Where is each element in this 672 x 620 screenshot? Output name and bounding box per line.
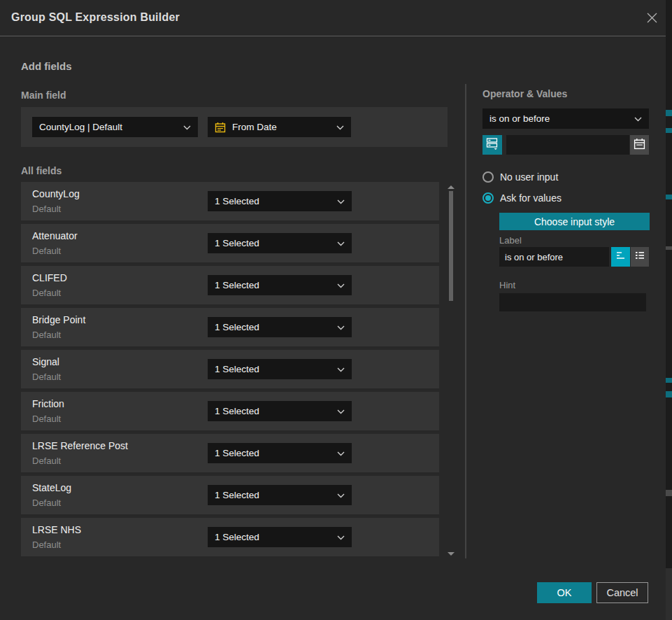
- main-field-heading: Main field: [21, 90, 66, 101]
- choose-input-style-button[interactable]: Choose input style: [499, 213, 650, 230]
- chevron-down-icon: [337, 238, 345, 248]
- ask-for-values-label: Ask for values: [500, 192, 562, 204]
- single-line-style-button[interactable]: [611, 247, 630, 267]
- field-row: StateLogDefault1 Selected: [21, 476, 439, 514]
- radio-selected-icon: [482, 192, 494, 204]
- field-row: AttenuatorDefault1 Selected: [21, 224, 439, 262]
- field-selection-dropdown[interactable]: 1 Selected: [208, 191, 352, 211]
- chevron-down-icon: [337, 196, 345, 206]
- calendar-icon: [634, 138, 645, 153]
- chevron-down-icon: [336, 122, 344, 132]
- field-row: Bridge PointDefault1 Selected: [21, 308, 439, 346]
- bulleted-list-icon: [634, 250, 645, 264]
- field-name: CountyLog: [32, 188, 80, 199]
- label-input[interactable]: [499, 247, 609, 267]
- chevron-down-icon: [337, 364, 345, 374]
- field-selection-value: 1 Selected: [215, 406, 333, 416]
- field-name: Bridge Point: [32, 314, 85, 325]
- chevron-down-icon: [337, 406, 345, 416]
- scrollbar-up-arrow[interactable]: [448, 185, 455, 189]
- field-selection-dropdown[interactable]: 1 Selected: [208, 401, 352, 421]
- main-date-field-value: From Date: [232, 122, 332, 132]
- field-selection-dropdown[interactable]: 1 Selected: [208, 317, 352, 337]
- field-selection-dropdown[interactable]: 1 Selected: [208, 443, 352, 463]
- field-row: CountyLogDefault1 Selected: [21, 182, 439, 220]
- field-selection-value: 1 Selected: [215, 322, 333, 332]
- no-user-input-radio[interactable]: No user input: [482, 171, 558, 183]
- list-style-button[interactable]: [631, 247, 649, 267]
- add-fields-heading: Add fields: [21, 60, 72, 72]
- layer-select-value: CountyLog | Default: [39, 122, 179, 132]
- cancel-button[interactable]: Cancel: [596, 582, 648, 603]
- hint-caption: Hint: [499, 280, 515, 290]
- field-selection-value: 1 Selected: [215, 490, 333, 500]
- main-date-field-select[interactable]: From Date: [208, 117, 351, 137]
- chevron-down-icon: [337, 322, 345, 332]
- field-row: SignalDefault1 Selected: [21, 350, 439, 388]
- operator-select[interactable]: is on or before: [482, 108, 649, 129]
- field-sublabel: Default: [32, 414, 61, 424]
- close-button[interactable]: [643, 10, 660, 27]
- field-name: LRSE NHS: [32, 524, 81, 535]
- field-selection-dropdown[interactable]: 1 Selected: [208, 233, 352, 253]
- all-fields-list: CountyLogDefault1 SelectedAttenuatorDefa…: [21, 182, 439, 557]
- ok-button[interactable]: OK: [537, 582, 592, 603]
- hint-input[interactable]: [499, 293, 646, 311]
- ask-for-values-radio[interactable]: Ask for values: [482, 192, 562, 204]
- chevron-down-icon: [183, 122, 191, 132]
- field-row: LRSE NHSDefault1 Selected: [21, 518, 439, 556]
- field-selection-dropdown[interactable]: 1 Selected: [208, 359, 352, 379]
- value-list-icon: [486, 137, 499, 153]
- all-fields-heading: All fields: [21, 165, 62, 176]
- chevron-down-icon: [337, 532, 345, 542]
- field-sublabel: Default: [32, 540, 61, 550]
- field-name: Signal: [32, 356, 59, 367]
- field-sublabel: Default: [32, 372, 61, 382]
- field-name: Attenuator: [32, 230, 78, 241]
- field-selection-dropdown[interactable]: 1 Selected: [208, 527, 352, 547]
- chevron-down-icon: [337, 490, 345, 500]
- layer-select[interactable]: CountyLog | Default: [32, 117, 198, 137]
- background-app-sliver: [666, 0, 672, 620]
- screen: Group SQL Expression Builder Add fields …: [0, 0, 672, 620]
- value-calendar-button[interactable]: [630, 135, 649, 155]
- field-selection-value: 1 Selected: [215, 280, 333, 290]
- calendar-icon: [215, 122, 226, 133]
- field-name: StateLog: [32, 482, 71, 493]
- field-selection-value: 1 Selected: [215, 364, 333, 374]
- operator-select-value: is on or before: [489, 113, 630, 124]
- scrollbar-thumb[interactable]: [449, 191, 453, 301]
- field-selection-value: 1 Selected: [215, 448, 333, 458]
- field-sublabel: Default: [32, 330, 61, 340]
- scrollbar-down-arrow[interactable]: [448, 552, 455, 556]
- label-caption: Label: [499, 235, 522, 246]
- chevron-down-icon: [337, 280, 345, 290]
- field-sublabel: Default: [32, 498, 61, 508]
- field-selection-value: 1 Selected: [215, 238, 333, 248]
- field-name: LRSE Reference Post: [32, 440, 128, 451]
- chevron-down-icon: [337, 448, 345, 458]
- field-name: CLIFED: [32, 272, 67, 283]
- field-selection-dropdown[interactable]: 1 Selected: [208, 275, 352, 295]
- field-row: FrictionDefault1 Selected: [21, 392, 439, 430]
- field-sublabel: Default: [32, 288, 61, 298]
- field-sublabel: Default: [32, 204, 61, 214]
- no-user-input-label: No user input: [500, 171, 558, 183]
- field-row: LRSE Reference PostDefault1 Selected: [21, 434, 439, 472]
- operator-values-heading: Operator & Values: [482, 88, 567, 99]
- align-left-icon: [615, 250, 627, 264]
- radio-unselected-icon: [482, 171, 494, 183]
- field-sublabel: Default: [32, 456, 61, 466]
- chevron-down-icon: [634, 113, 642, 124]
- field-sublabel: Default: [32, 246, 61, 256]
- panel-divider: [465, 84, 466, 558]
- field-name: Friction: [32, 398, 64, 409]
- field-selection-value: 1 Selected: [215, 532, 333, 542]
- close-icon: [646, 12, 658, 27]
- dialog-title: Group SQL Expression Builder: [11, 11, 180, 24]
- value-input[interactable]: [506, 135, 629, 155]
- value-input-type-button[interactable]: [482, 135, 502, 155]
- field-selection-dropdown[interactable]: 1 Selected: [208, 485, 352, 505]
- group-sql-expression-builder-dialog: Group SQL Expression Builder Add fields …: [0, 0, 666, 620]
- field-row: CLIFEDDefault1 Selected: [21, 266, 439, 304]
